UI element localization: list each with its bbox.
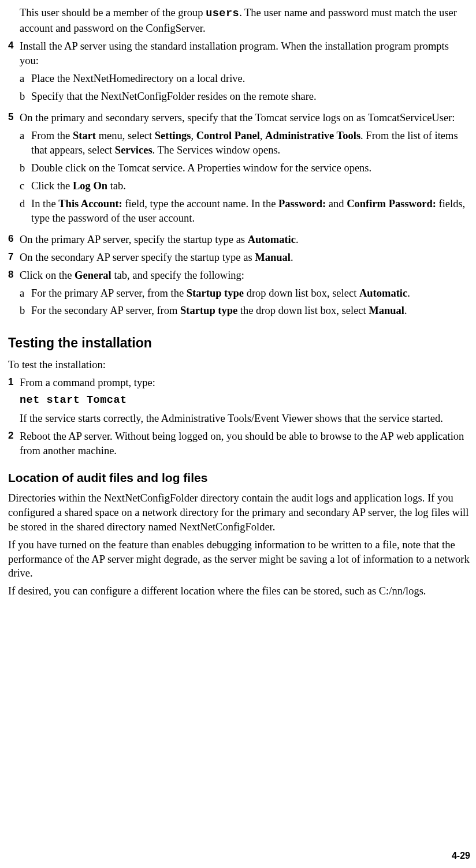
marker: a [20,129,31,158]
text: Reboot the AP server. Without being logg… [20,429,470,458]
test-step-2: 2 Reboot the AP server. Without being lo… [8,429,470,458]
sub-step-c: c Click the Log On tab. [20,179,470,193]
text: Specify that the NextNetConfigFolder res… [31,89,470,104]
step-number: 1 [8,376,20,426]
step-8: 8 Click on the General tab, and specify … [8,268,470,322]
main-steps: 4 Install the AP server using the standa… [8,39,470,322]
testing-intro: To test the installation: [8,358,470,372]
step-4: 4 Install the AP server using the standa… [8,39,470,107]
marker: b [20,89,31,104]
text: Double click on the Tomcat service. A Pr… [31,161,470,175]
location-para-1: Directories within the NextNetConfigFold… [8,491,470,534]
heading-location: Location of audit files and log files [8,470,470,486]
location-para-2: If you have turned on the feature than e… [8,538,470,581]
sub-steps: a Place the NextNetHomedirectory on a lo… [20,72,470,104]
sub-steps: a From the Start menu, select Settings, … [20,129,470,226]
text: Click the Log On tab. [31,179,470,193]
text: This user should be a member of the grou… [20,7,206,18]
text: From the Start menu, select Settings, Co… [31,129,470,158]
marker: a [20,72,31,86]
marker: c [20,179,31,193]
step-5: 5 On the primary and secondary servers, … [8,111,470,229]
step-7: 7 On the secondary AP server specify the… [8,250,470,265]
marker: a [20,286,31,301]
step-number: 5 [8,111,20,229]
step-intro: Click on the General tab, and specify th… [20,270,244,281]
command: net start Tomcat [20,394,470,408]
step-number: 6 [8,233,20,247]
step-intro: Install the AP server using the standard… [20,40,449,66]
sub-step-a: a For the primary AP server, from the St… [20,286,470,301]
sub-step-b: b Specify that the NextNetConfigFolder r… [20,89,470,104]
marker: b [20,304,31,318]
sub-step-b: b Double click on the Tomcat service. A … [20,161,470,175]
text: On the secondary AP server specify the s… [20,250,470,265]
code-users: users [206,8,239,20]
sub-steps: a For the primary AP server, from the St… [20,286,470,319]
marker: b [20,161,31,175]
text: If the service starts correctly, the Adm… [20,411,470,426]
text: For the primary AP server, from the Star… [31,286,470,301]
sub-step-d: d In the This Account: field, type the a… [20,197,470,226]
sub-step-a: a Place the NextNetHomedirectory on a lo… [20,72,470,86]
text: Place the NextNetHomedirectory on a loca… [31,72,470,86]
test-step-1: 1 From a command prompt, type: net start… [8,376,470,426]
testing-steps: 1 From a command prompt, type: net start… [8,376,470,458]
text: For the secondary AP server, from Startu… [31,304,470,318]
heading-testing: Testing the installation [8,334,470,352]
sub-step-b: b For the secondary AP server, from Star… [20,304,470,318]
sub-step-a: a From the Start menu, select Settings, … [20,129,470,158]
location-para-3: If desired, you can configure a differen… [8,584,470,598]
step-6: 6 On the primary AP server, specify the … [8,233,470,247]
top-paragraph: This user should be a member of the grou… [20,6,470,36]
marker: d [20,197,31,226]
step-number: 2 [8,429,20,458]
step-number: 4 [8,39,20,107]
text: In the This Account: field, type the acc… [31,197,470,226]
step-number: 8 [8,268,20,322]
text: From a command prompt, type: [20,376,470,390]
step-number: 7 [8,250,20,265]
step-intro: On the primary and secondary servers, sp… [20,112,455,124]
text: On the primary AP server, specify the st… [20,233,470,247]
